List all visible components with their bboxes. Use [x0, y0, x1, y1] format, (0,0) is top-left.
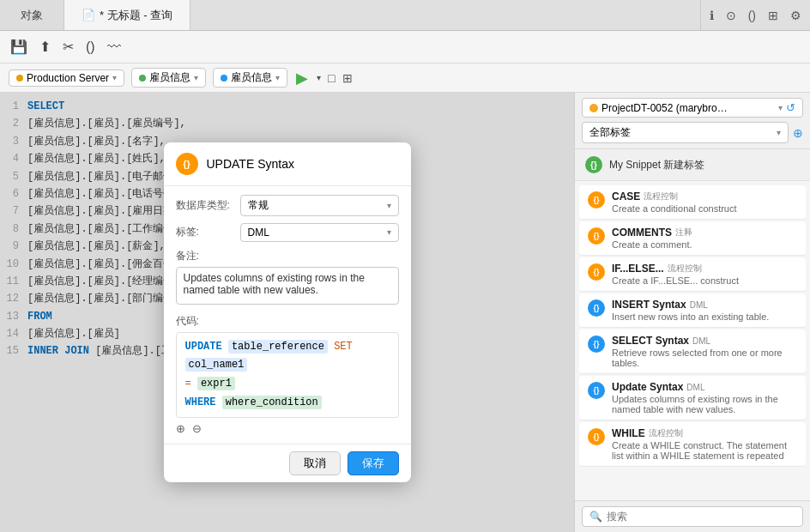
save-icon[interactable]: 💾 [10, 39, 27, 55]
tab-objects[interactable]: 对象 [0, 0, 64, 30]
wave-icon[interactable]: 〰 [107, 39, 121, 55]
code-action-icon-2[interactable]: ⊖ [192, 422, 202, 435]
record-icon[interactable]: ⊙ [726, 9, 736, 22]
snippet-name-select: SELECT Syntax [612, 335, 689, 347]
server-dropdown[interactable]: Production Server ▾ [9, 70, 124, 87]
tag-select[interactable]: DML ▾ [240, 223, 399, 242]
search-bar: 🔍 [575, 500, 810, 532]
db-type-label: 数据库类型: [176, 198, 240, 213]
tag-value: DML [248, 227, 269, 239]
search-input[interactable] [607, 511, 795, 523]
snippets-list: {} CASE 流程控制 Create a conditional constr… [575, 181, 810, 500]
db2-label: 雇员信息 [231, 70, 272, 85]
snippet-item-while[interactable]: {} WHILE 流程控制 Create a WHILE construct. … [579, 422, 806, 467]
my-snippet-icon: {} [585, 156, 602, 173]
snippet-icon-insert: {} [588, 299, 605, 317]
snippet-item-comments[interactable]: {} COMMENTS 注释 Create a comment. [579, 221, 806, 256]
modal-body: 数据库类型: 常规 ▾ 标签: DML ▾ [164, 186, 411, 444]
db-type-select[interactable]: 常规 ▾ [240, 195, 399, 216]
sql-editor: 1 SELECT 2 [雇员信息].[雇员].[雇员编号], 3 [雇员信息].… [0, 93, 575, 532]
cut-icon[interactable]: ✂ [63, 39, 74, 55]
snippets-panel: ProjectDT-0052 (marybro… ▾ ↺ 全部标签 ▾ ⊕ {}… [575, 93, 810, 532]
snippet-item-case[interactable]: {} CASE 流程控制 Create a conditional constr… [579, 185, 806, 220]
grid-icon[interactable]: ⊞ [768, 9, 778, 22]
db1-dropdown[interactable]: 雇员信息 ▾ [131, 68, 206, 88]
snippet-icon-ifelse: {} [588, 263, 605, 281]
snippet-badge-comments: 注释 [675, 227, 692, 239]
save-button[interactable]: 保存 [348, 451, 399, 475]
parens2-icon[interactable]: () [86, 39, 95, 55]
dropdown-arrow[interactable]: ▾ [317, 73, 321, 82]
tab-objects-label: 对象 [21, 8, 43, 23]
db-type-value: 常规 [248, 198, 269, 213]
modal-icon: {} [176, 153, 198, 175]
gear-icon[interactable]: ⚙ [790, 9, 801, 22]
snippet-icon-case: {} [588, 191, 605, 209]
refresh-icon[interactable]: ↺ [786, 101, 795, 114]
snippet-badge-case: 流程控制 [644, 190, 678, 203]
notes-label: 备注: [176, 249, 399, 263]
snippet-desc-update: Updates columns of existing rows in the … [612, 394, 797, 414]
snippet-desc-ifelse: Create a IF...ELSE... construct [612, 275, 739, 286]
snippet-item-ifelse[interactable]: {} IF...ELSE... 流程控制 Create a IF...ELSE.… [579, 257, 806, 292]
snippet-item-select[interactable]: {} SELECT Syntax DML Retrieve rows selec… [579, 329, 806, 374]
upload-icon[interactable]: ⬆ [39, 39, 51, 55]
my-snippet-row[interactable]: {} My Snippet 新建标签 [575, 149, 810, 181]
my-snippet-label: My Snippet 新建标签 [609, 158, 704, 172]
tag-filter-label: 全部标签 [589, 125, 773, 140]
search-icon: 🔍 [589, 511, 602, 523]
snippet-badge-insert: DML [690, 300, 708, 310]
code-action-icon-1[interactable]: ⊕ [176, 422, 185, 435]
snippet-name-comments: COMMENTS [612, 227, 672, 239]
snippet-icon-comments: {} [588, 227, 605, 245]
tab-query-icon: 📄 [82, 9, 95, 21]
code-label: 代码: [176, 314, 399, 329]
snippet-desc-select: Retrieve rows selected from one or more … [612, 348, 797, 368]
snippet-name-case: CASE [612, 190, 640, 203]
snippet-item-insert[interactable]: {} INSERT Syntax DML Insert new rows int… [579, 293, 806, 328]
snippet-icon-update: {} [588, 382, 605, 399]
tab-query[interactable]: 📄 * 无标题 - 查询 [64, 0, 190, 30]
modal-overlay: {} 数据库类型: 常规 ▾ 标签: DM [0, 93, 574, 532]
server-label: Production Server [27, 72, 109, 84]
snippet-desc-insert: Insert new rows into an existing table. [612, 311, 769, 322]
code-block[interactable]: UPDATE table_reference SET col_name1 = e… [176, 332, 399, 418]
tag-filter-selector[interactable]: 全部标签 ▾ [582, 122, 789, 143]
info-icon[interactable]: ℹ [710, 9, 714, 22]
stop-icon[interactable]: □ [328, 71, 335, 85]
snippet-badge-while: 流程控制 [649, 427, 683, 439]
notes-textarea[interactable]: Updates columns of existing rows in the … [176, 267, 399, 305]
snippet-desc-case: Create a conditional construct [612, 203, 737, 214]
snippet-icon-select: {} [588, 336, 605, 353]
snippets-header: ProjectDT-0052 (marybro… ▾ ↺ 全部标签 ▾ ⊕ [575, 93, 810, 149]
snippet-name-ifelse: IF...ELSE... [612, 263, 664, 275]
snippet-badge-select: DML [692, 336, 710, 346]
snippet-name-update: Update Syntax [612, 381, 683, 393]
tag-label: 标签: [176, 225, 240, 239]
snippet-icon-while: {} [588, 428, 605, 445]
snippet-badge-ifelse: 流程控制 [668, 263, 702, 275]
modal: {} 数据库类型: 常规 ▾ 标签: DM [164, 142, 411, 482]
db2-dropdown[interactable]: 雇员信息 ▾ [213, 68, 287, 88]
snippet-item-update[interactable]: {} Update Syntax DML Updates columns of … [579, 376, 806, 420]
run-button[interactable]: ▶ [294, 70, 310, 86]
snippet-desc-comments: Create a comment. [612, 239, 692, 250]
grid2-icon[interactable]: ⊞ [342, 71, 353, 85]
snippet-name-while: WHILE [612, 427, 645, 439]
modal-header: {} [164, 142, 411, 186]
filter-icon[interactable]: ⊕ [793, 126, 803, 140]
project-label: ProjectDT-0052 (marybro… [601, 102, 775, 114]
tab-query-label: * 无标题 - 查询 [100, 8, 172, 23]
cancel-button[interactable]: 取消 [289, 451, 341, 475]
db1-label: 雇员信息 [149, 70, 190, 85]
modal-footer: 取消 保存 [164, 444, 411, 482]
snippet-badge-update: DML [686, 383, 704, 392]
parens-icon[interactable]: () [748, 9, 756, 22]
modal-title-input[interactable] [207, 157, 399, 171]
snippet-desc-while: Create a WHILE construct. The statement … [612, 440, 797, 461]
snippet-name-insert: INSERT Syntax [612, 299, 686, 311]
project-selector[interactable]: ProjectDT-0052 (marybro… ▾ ↺ [582, 98, 803, 118]
